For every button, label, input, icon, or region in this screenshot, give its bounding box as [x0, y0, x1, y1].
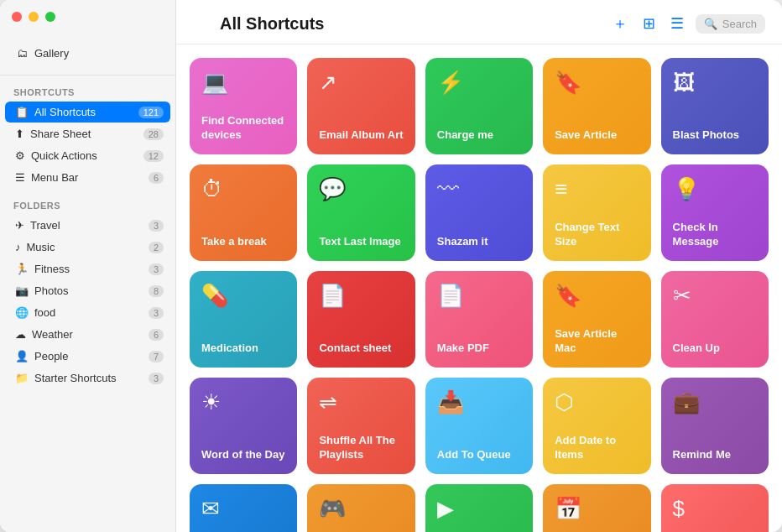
folder-item-content: ☁ Weather	[15, 328, 73, 341]
item-icon: 📋	[15, 106, 29, 118]
sidebar-item-menu-bar[interactable]: ☰ Menu Bar 6	[5, 167, 170, 188]
item-icon: ☰	[15, 171, 25, 184]
shortcut-card-email-album[interactable]: ↗ Email Album Art	[307, 58, 414, 154]
sidebar-item-people[interactable]: 👤 People 7	[5, 346, 170, 367]
shortcut-card-text-last-image[interactable]: 💬 Text Last Image	[307, 164, 414, 261]
shortcut-card-check-in-message[interactable]: 💡 Check In Message	[661, 164, 769, 261]
folder-item-content: 📷 Photos	[15, 284, 68, 297]
gallery-label: Gallery	[34, 47, 69, 60]
shortcut-card-gas-street[interactable]: 🎮 Gas On This Street	[307, 484, 414, 532]
shortcut-card-charge-me[interactable]: ⚡ Charge me	[425, 58, 533, 154]
shortcut-icon-medication: 💊	[201, 283, 285, 309]
list-view-button[interactable]: ☰	[667, 13, 687, 34]
shortcut-label-check-in-message: Check In Message	[673, 221, 757, 249]
shortcut-card-add-date-items[interactable]: ⬡ Add Date to Items	[543, 378, 650, 474]
search-box[interactable]: 🔍 Search	[696, 14, 765, 34]
shortcut-label-charge-me: Charge me	[437, 128, 521, 143]
sidebar-item-content: ⬆ Share Sheet	[15, 128, 91, 140]
shortcut-card-word-of-day[interactable]: ☀ Word of the Day	[190, 378, 297, 474]
shortcut-card-take-break[interactable]: ⏱ Take a break	[190, 164, 297, 261]
shortcut-card-change-text-size[interactable]: ≡ Change Text Size	[543, 164, 650, 261]
shortcut-icon-check-in-message: 💡	[673, 176, 757, 202]
sidebar-item-gallery[interactable]: 🗂 Gallery	[10, 42, 165, 65]
shortcut-card-save-article[interactable]: 🔖 Save Article	[543, 58, 650, 154]
shortcut-icon-save-article-mac: 🔖	[555, 283, 639, 309]
app-window: 🗂 Gallery Shortcuts 📋 All Shortcuts 121 …	[0, 0, 782, 532]
sidebar-item-content: ☰ Menu Bar	[15, 171, 78, 184]
shortcut-card-save-article-mac[interactable]: 🔖 Save Article Mac	[543, 271, 650, 368]
shortcut-icon-clean-up: ✂	[673, 283, 757, 309]
shortcut-icon-word-of-day: ☀	[201, 389, 285, 415]
shortcut-card-clean-up[interactable]: ✂ Clean Up	[661, 271, 769, 368]
shortcut-card-email-myself[interactable]: ✉ Email Myself	[190, 484, 297, 532]
sidebar-item-fitness[interactable]: 🏃 Fitness 3	[5, 258, 170, 279]
sidebar-item-share-sheet[interactable]: ⬆ Share Sheet 28	[5, 123, 170, 144]
folder-badge: 7	[149, 351, 164, 362]
gallery-icon: 🗂	[17, 47, 28, 60]
minimize-button[interactable]	[29, 12, 39, 22]
shortcut-card-calculate-tip[interactable]: $ Calculate Tip	[661, 484, 769, 532]
folder-label: Music	[27, 241, 55, 253]
shortcut-card-shazam-it[interactable]: 〰 Shazam it	[425, 164, 533, 261]
shortcut-icon-shuffle-playlists: ⇌	[319, 389, 403, 415]
folders-nav: ✈ Travel 3 ♪ Music 2 🏃 Fitness 3 📷 Photo…	[0, 214, 175, 389]
folder-badge: 3	[149, 220, 164, 232]
folder-icon: 🏃	[15, 263, 29, 275]
folder-label: People	[34, 350, 68, 362]
folder-badge: 3	[149, 307, 164, 319]
sidebar-item-travel[interactable]: ✈ Travel 3	[5, 215, 170, 236]
shortcut-icon-change-text-size: ≡	[555, 176, 639, 202]
shortcut-icon-how-many-days: 📅	[555, 496, 639, 522]
add-button[interactable]: ＋	[609, 12, 631, 35]
grid-view-button[interactable]: ⊞	[639, 13, 659, 34]
sidebar-item-photos[interactable]: 📷 Photos 8	[5, 280, 170, 301]
folder-label: Fitness	[34, 263, 70, 275]
shortcut-card-sort-lines[interactable]: ▶ Sort Lines	[425, 484, 533, 532]
folder-item-content: 🏃 Fitness	[15, 263, 70, 275]
folder-label: Weather	[32, 328, 73, 341]
shortcut-icon-charge-me: ⚡	[437, 70, 521, 96]
shortcut-label-medication: Medication	[201, 342, 285, 356]
folder-item-content: ♪ Music	[15, 241, 55, 253]
item-badge: 121	[138, 107, 164, 118]
sidebar-item-content: 📋 All Shortcuts	[15, 106, 96, 118]
shortcut-icon-add-to-queue: 📥	[437, 389, 521, 415]
shortcuts-grid-container: 💻 Find Connected devices ↗ Email Album A…	[176, 44, 782, 532]
shortcut-card-find-connected[interactable]: 💻 Find Connected devices	[190, 58, 297, 154]
shortcut-icon-gas-street: 🎮	[319, 496, 403, 522]
shortcut-label-save-article: Save Article	[555, 128, 639, 143]
shortcut-label-clean-up: Clean Up	[673, 342, 757, 356]
shortcut-icon-blast-photos: 🖼	[673, 70, 757, 96]
shortcut-card-remind-me[interactable]: 💼 Remind Me	[661, 378, 769, 474]
shortcut-label-contact-sheet: Contact sheet	[319, 342, 403, 356]
header-actions: ＋ ⊞ ☰ 🔍 Search	[609, 12, 765, 35]
folder-item-content: 📁 Starter Shortcuts	[15, 372, 117, 384]
item-badge: 12	[143, 150, 164, 162]
shortcut-icon-sort-lines: ▶	[437, 496, 521, 522]
shortcut-label-add-date-items: Add Date to Items	[555, 434, 639, 462]
shortcut-card-contact-sheet[interactable]: 📄 Contact sheet	[307, 271, 414, 368]
shortcut-label-add-to-queue: Add To Queue	[437, 448, 521, 462]
sidebar-item-quick-actions[interactable]: ⚙ Quick Actions 12	[5, 145, 170, 166]
folder-label: Photos	[34, 284, 68, 297]
item-icon: ⬆	[15, 128, 24, 140]
shortcut-label-take-break: Take a break	[201, 235, 285, 249]
shortcut-card-blast-photos[interactable]: 🖼 Blast Photos	[661, 58, 769, 154]
sidebar-item-weather[interactable]: ☁ Weather 6	[5, 324, 170, 345]
sidebar-item-all-shortcuts[interactable]: 📋 All Shortcuts 121	[5, 102, 170, 123]
sidebar-item-starter[interactable]: 📁 Starter Shortcuts 3	[5, 368, 170, 389]
maximize-button[interactable]	[45, 12, 55, 22]
shortcut-icon-shazam-it: 〰	[437, 176, 521, 202]
shortcut-card-make-pdf[interactable]: 📄 Make PDF	[425, 271, 533, 368]
sidebar-item-music[interactable]: ♪ Music 2	[5, 237, 170, 258]
shortcut-card-shuffle-playlists[interactable]: ⇌ Shuffle All The Playlists	[307, 378, 414, 474]
close-button[interactable]	[12, 12, 22, 22]
item-badge: 6	[149, 172, 164, 184]
shortcut-card-medication[interactable]: 💊 Medication	[190, 271, 297, 368]
item-icon: ⚙	[15, 149, 25, 162]
sidebar-item-food[interactable]: 🌐 food 3	[5, 302, 170, 323]
shortcut-icon-contact-sheet: 📄	[319, 283, 403, 309]
shortcut-card-how-many-days[interactable]: 📅 How Many Days Until	[543, 484, 650, 532]
folder-icon: ☁	[15, 328, 26, 341]
shortcut-card-add-to-queue[interactable]: 📥 Add To Queue	[425, 378, 533, 474]
